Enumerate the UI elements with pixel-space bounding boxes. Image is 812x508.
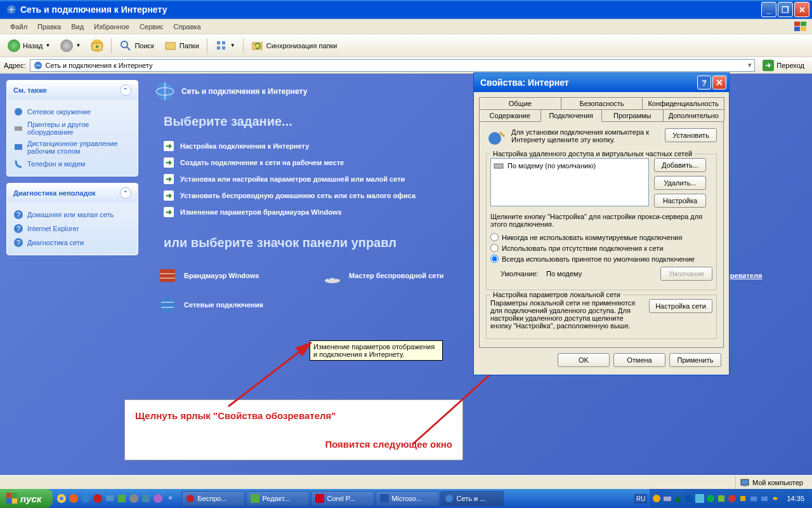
- tray-icon[interactable]: [771, 494, 780, 503]
- tab-content[interactable]: Содержание: [479, 109, 541, 121]
- up-button[interactable]: [87, 37, 107, 54]
- toolbar: Назад ▼ ▼ Поиск Папки ▼ Синхронизация па…: [0, 34, 812, 57]
- windows-flag-icon[interactable]: [794, 22, 807, 32]
- connections-listbox[interactable]: По модему (по умолчанию): [490, 158, 649, 206]
- help-button[interactable]: ?: [697, 76, 711, 90]
- ql-desktop-icon[interactable]: [105, 493, 115, 504]
- ql-expand-icon[interactable]: »: [165, 493, 175, 504]
- task-item[interactable]: Corel P...: [311, 491, 374, 506]
- panel-header[interactable]: Диагностика неполадок ⌃: [7, 184, 138, 203]
- tray-icon[interactable]: [749, 494, 758, 503]
- tab-advanced[interactable]: Дополнительно: [663, 109, 725, 121]
- arrow-icon: ➜: [164, 141, 174, 151]
- back-button[interactable]: Назад ▼: [4, 37, 54, 54]
- clock[interactable]: 14:35: [782, 495, 809, 502]
- menu-tools[interactable]: Сервис: [134, 21, 169, 32]
- sidebar-link-phone[interactable]: Телефон и модем: [13, 157, 131, 171]
- menu-edit[interactable]: Правка: [32, 21, 66, 32]
- address-input[interactable]: Сеть и подключения к Интернету: [30, 59, 756, 72]
- forward-button[interactable]: ▼: [56, 37, 84, 54]
- ok-button[interactable]: OK: [558, 353, 610, 367]
- tab-privacy[interactable]: Конфиденциальность: [642, 97, 724, 109]
- tray-icon[interactable]: [717, 494, 726, 503]
- views-button[interactable]: ▼: [211, 37, 239, 54]
- tray-icon[interactable]: [706, 494, 715, 503]
- cp-wireless-wizard[interactable]: Мастер беспроводной сети: [322, 265, 462, 286]
- collapse-icon[interactable]: ⌃: [120, 187, 131, 199]
- delete-button[interactable]: Удалить...: [654, 176, 706, 190]
- add-button[interactable]: Добавить...: [654, 158, 706, 172]
- close-button[interactable]: ✕: [794, 2, 809, 17]
- start-button[interactable]: пуск: [0, 489, 53, 508]
- tab-connections[interactable]: Подключения: [540, 109, 603, 122]
- svg-rect-27: [160, 269, 175, 282]
- lan-settings-button[interactable]: Настройка сети: [649, 299, 712, 313]
- go-button[interactable]: Переход: [759, 60, 808, 71]
- menu-view[interactable]: Вид: [66, 21, 89, 32]
- ql-firefox-icon[interactable]: [69, 493, 79, 504]
- phone-icon: [13, 159, 23, 169]
- tray-icon[interactable]: [674, 494, 683, 503]
- tray-icon[interactable]: [652, 494, 661, 503]
- sidebar-link-netdiag[interactable]: ?Диагностика сети: [13, 236, 131, 250]
- sidebar-link-network-places[interactable]: Сетевое окружение: [13, 105, 131, 119]
- dialog-close-button[interactable]: ✕: [712, 76, 726, 90]
- dialog-titlebar[interactable]: Свойства: Интернет ? ✕: [474, 73, 729, 92]
- cp-network-connections[interactable]: Сетевые подключения: [157, 295, 297, 315]
- tray-icon[interactable]: [663, 494, 672, 503]
- folders-button[interactable]: Папки: [160, 37, 203, 54]
- cancel-button[interactable]: Отмена: [613, 353, 665, 367]
- sidebar-link-printers[interactable]: Принтеры и другое оборудование: [13, 119, 131, 138]
- language-indicator[interactable]: RU: [634, 494, 647, 504]
- sidebar-link-ie[interactable]: ?Internet Explorer: [13, 222, 131, 236]
- category-title: Сеть и подключения к Интернету: [181, 87, 307, 96]
- arrow-icon: ➜: [164, 190, 174, 201]
- sync-button[interactable]: Синхронизация папки: [247, 37, 341, 54]
- tray-icon[interactable]: [728, 494, 737, 503]
- ql-ie-icon[interactable]: [81, 493, 91, 504]
- sidebar-link-remote[interactable]: Дистанционное управление рабочим столом: [13, 138, 131, 157]
- panel-header[interactable]: См. также ⌃: [7, 81, 138, 100]
- svg-rect-18: [15, 144, 22, 150]
- ql-app3-icon[interactable]: [141, 493, 151, 504]
- tab-security[interactable]: Безопасность: [561, 97, 643, 109]
- ql-app2-icon[interactable]: [129, 493, 139, 504]
- menu-file[interactable]: Файл: [5, 21, 32, 32]
- radio-no-net[interactable]: Использовать при отсутствии подключения …: [490, 243, 712, 253]
- tray-icon[interactable]: [695, 494, 704, 503]
- restore-button[interactable]: ❐: [778, 2, 793, 17]
- cp-firewall[interactable]: Брандмауэр Windows: [157, 265, 297, 286]
- apply-button[interactable]: Применить: [669, 353, 721, 367]
- category-icon: [155, 81, 175, 102]
- ql-chrome-icon[interactable]: [56, 493, 67, 504]
- list-item[interactable]: По модему (по умолчанию): [493, 161, 646, 171]
- dialup-vpn-group: Настройка удаленного доступа и виртуальн…: [486, 154, 717, 290]
- task-item-active[interactable]: Сеть и ...: [440, 491, 504, 506]
- sidebar-link-home-net[interactable]: ?Домашняя или малая сеть: [13, 208, 131, 222]
- task-item[interactable]: Беспро...: [181, 491, 245, 506]
- settings-button[interactable]: Настройка: [654, 194, 706, 208]
- tray-icon[interactable]: [738, 494, 747, 503]
- search-button[interactable]: Поиск: [115, 37, 157, 54]
- menu-favorites[interactable]: Избранное: [89, 21, 134, 32]
- window-title: Сеть и подключения к Интернету: [20, 4, 761, 15]
- taskbar-items: Беспро... Редакт... Corel P... Microso..…: [179, 491, 632, 506]
- radio-never[interactable]: Никогда не использовать коммутируемые по…: [490, 232, 712, 243]
- minimize-button[interactable]: _: [761, 2, 776, 17]
- collapse-icon[interactable]: ⌃: [120, 84, 131, 96]
- tab-programs[interactable]: Программы: [601, 109, 664, 121]
- ql-app4-icon[interactable]: [153, 493, 163, 504]
- ql-opera-icon[interactable]: [93, 493, 103, 504]
- menu-help[interactable]: Справка: [169, 21, 206, 32]
- ql-app-icon[interactable]: [117, 493, 127, 504]
- tray-icon[interactable]: [684, 494, 693, 503]
- dialog-tabs: Общие Безопасность Конфиденциальность Со…: [479, 97, 724, 122]
- task-item[interactable]: Microso...: [376, 491, 439, 506]
- setup-button[interactable]: Установить: [665, 128, 717, 142]
- tray-icon[interactable]: [760, 494, 769, 503]
- svg-rect-68: [750, 497, 757, 501]
- tab-general[interactable]: Общие: [479, 97, 561, 109]
- task-item[interactable]: Редакт...: [246, 491, 310, 506]
- radio-always[interactable]: Всегда использовать принятое по умолчани…: [490, 253, 712, 264]
- annotation-box: Щелнуть ярлык "Свойства обозревателя" По…: [124, 399, 463, 460]
